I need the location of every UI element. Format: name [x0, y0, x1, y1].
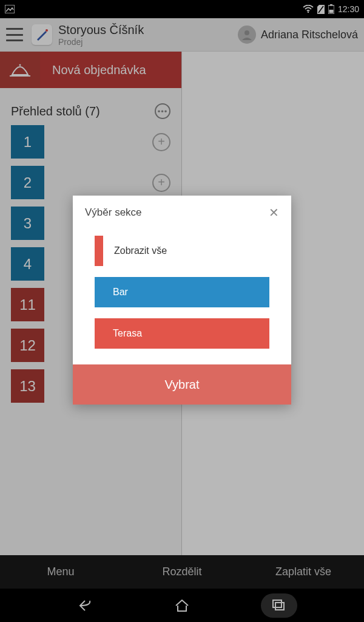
close-icon[interactable]: ✕: [269, 205, 279, 220]
dialog-header: Výběr sekce ✕: [73, 196, 291, 230]
option-terasa[interactable]: Terasa: [95, 318, 269, 349]
option-show-all[interactable]: Zobrazit vše: [95, 236, 269, 266]
option-terasa-label: Terasa: [113, 328, 142, 339]
option-all-label: Zobrazit vše: [114, 245, 167, 256]
dialog-confirm-button[interactable]: Vybrat: [73, 364, 291, 405]
option-bar-label: Bar: [113, 287, 128, 298]
dialog-body: Zobrazit vše Bar Terasa: [73, 230, 291, 364]
color-swatch-icon: [95, 236, 103, 266]
dialog-confirm-label: Vybrat: [164, 378, 199, 392]
option-bar[interactable]: Bar: [95, 277, 269, 307]
section-dialog: Výběr sekce ✕ Zobrazit vše Bar Terasa Vy…: [73, 196, 291, 405]
dialog-title: Výběr sekce: [85, 207, 142, 219]
